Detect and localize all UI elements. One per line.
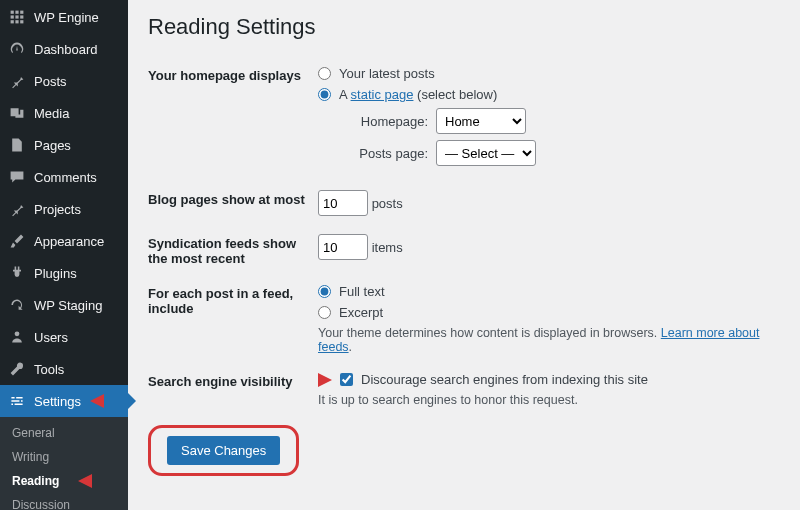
blog-pages-label: Blog pages show at most bbox=[148, 182, 318, 226]
admin-sidebar: WP Engine Dashboard Posts Media Pages Co… bbox=[0, 0, 128, 510]
sidebar-item-label: WP Staging bbox=[34, 298, 102, 313]
radio-excerpt-label: Excerpt bbox=[339, 305, 383, 320]
sidebar-item-wpstaging[interactable]: WP Staging bbox=[0, 289, 128, 321]
sidebar-item-label: Projects bbox=[34, 202, 81, 217]
syndication-label: Syndication feeds show the most recent bbox=[148, 226, 318, 276]
discourage-search-checkbox[interactable] bbox=[340, 373, 353, 386]
annotation-highlight: Save Changes bbox=[148, 425, 299, 476]
content-area: Reading Settings Your homepage displays … bbox=[128, 0, 800, 510]
sidebar-item-label: Tools bbox=[34, 362, 64, 377]
homepage-select[interactable]: Home bbox=[436, 108, 526, 134]
syndication-input[interactable] bbox=[318, 234, 368, 260]
radio-static-page[interactable] bbox=[318, 88, 331, 101]
discourage-search-label: Discourage search engines from indexing … bbox=[361, 372, 648, 387]
settings-submenu: General Writing Reading Discussion Media… bbox=[0, 417, 128, 510]
annotation-arrow-icon bbox=[318, 373, 332, 387]
posts-page-select[interactable]: — Select — bbox=[436, 140, 536, 166]
sidebar-item-label: Users bbox=[34, 330, 68, 345]
wpengine-icon bbox=[8, 8, 26, 26]
submenu-item-discussion[interactable]: Discussion bbox=[0, 493, 128, 510]
radio-latest-posts[interactable] bbox=[318, 67, 331, 80]
svg-rect-6 bbox=[11, 20, 14, 23]
svg-rect-4 bbox=[15, 15, 18, 18]
svg-rect-8 bbox=[20, 20, 23, 23]
svg-point-9 bbox=[15, 331, 20, 336]
sidebar-item-tools[interactable]: Tools bbox=[0, 353, 128, 385]
sidebar-item-media[interactable]: Media bbox=[0, 97, 128, 129]
sidebar-item-label: Settings bbox=[34, 394, 81, 409]
save-changes-button[interactable]: Save Changes bbox=[167, 436, 280, 465]
submenu-item-writing[interactable]: Writing bbox=[0, 445, 128, 469]
search-visibility-note: It is up to search engines to honor this… bbox=[318, 393, 780, 407]
posts-page-select-label: Posts page: bbox=[348, 146, 428, 161]
sliders-icon bbox=[8, 392, 26, 410]
dashboard-icon bbox=[8, 40, 26, 58]
search-visibility-label: Search engine visibility bbox=[148, 364, 318, 417]
syndication-unit: items bbox=[372, 240, 403, 255]
plug-icon bbox=[8, 264, 26, 282]
sidebar-item-label: Pages bbox=[34, 138, 71, 153]
sidebar-item-plugins[interactable]: Plugins bbox=[0, 257, 128, 289]
media-icon bbox=[8, 104, 26, 122]
sidebar-item-users[interactable]: Users bbox=[0, 321, 128, 353]
wrench-icon bbox=[8, 360, 26, 378]
feed-description: Your theme determines how content is dis… bbox=[318, 326, 780, 354]
pin-icon bbox=[8, 200, 26, 218]
sidebar-item-appearance[interactable]: Appearance bbox=[0, 225, 128, 257]
refresh-icon bbox=[8, 296, 26, 314]
sidebar-item-comments[interactable]: Comments bbox=[0, 161, 128, 193]
sidebar-item-posts[interactable]: Posts bbox=[0, 65, 128, 97]
users-icon bbox=[8, 328, 26, 346]
homepage-displays-label: Your homepage displays bbox=[148, 58, 318, 182]
radio-latest-posts-label: Your latest posts bbox=[339, 66, 435, 81]
submenu-item-reading[interactable]: Reading bbox=[0, 469, 128, 493]
sidebar-item-pages[interactable]: Pages bbox=[0, 129, 128, 161]
pin-icon bbox=[8, 72, 26, 90]
annotation-arrow-icon bbox=[78, 474, 92, 488]
pages-icon bbox=[8, 136, 26, 154]
feed-include-label: For each post in a feed, include bbox=[148, 276, 318, 364]
homepage-select-label: Homepage: bbox=[348, 114, 428, 129]
svg-rect-5 bbox=[20, 15, 23, 18]
svg-rect-2 bbox=[20, 11, 23, 14]
sidebar-item-label: WP Engine bbox=[34, 10, 99, 25]
radio-excerpt[interactable] bbox=[318, 306, 331, 319]
blog-pages-unit: posts bbox=[372, 196, 403, 211]
page-title: Reading Settings bbox=[148, 14, 780, 40]
radio-full-text-label: Full text bbox=[339, 284, 385, 299]
sidebar-item-label: Media bbox=[34, 106, 69, 121]
submenu-item-general[interactable]: General bbox=[0, 421, 128, 445]
comments-icon bbox=[8, 168, 26, 186]
sidebar-item-label: Dashboard bbox=[34, 42, 98, 57]
blog-pages-input[interactable] bbox=[318, 190, 368, 216]
sidebar-item-label: Posts bbox=[34, 74, 67, 89]
svg-rect-0 bbox=[11, 11, 14, 14]
svg-rect-3 bbox=[11, 15, 14, 18]
sidebar-item-label: Comments bbox=[34, 170, 97, 185]
static-page-link[interactable]: static page bbox=[351, 87, 414, 102]
sidebar-item-settings[interactable]: Settings bbox=[0, 385, 128, 417]
radio-full-text[interactable] bbox=[318, 285, 331, 298]
sidebar-item-dashboard[interactable]: Dashboard bbox=[0, 33, 128, 65]
svg-rect-1 bbox=[15, 11, 18, 14]
sidebar-item-projects[interactable]: Projects bbox=[0, 193, 128, 225]
svg-rect-7 bbox=[15, 20, 18, 23]
brush-icon bbox=[8, 232, 26, 250]
sidebar-item-wpengine[interactable]: WP Engine bbox=[0, 0, 128, 33]
sidebar-item-label: Appearance bbox=[34, 234, 104, 249]
sidebar-item-label: Plugins bbox=[34, 266, 77, 281]
annotation-arrow-icon bbox=[90, 394, 104, 408]
